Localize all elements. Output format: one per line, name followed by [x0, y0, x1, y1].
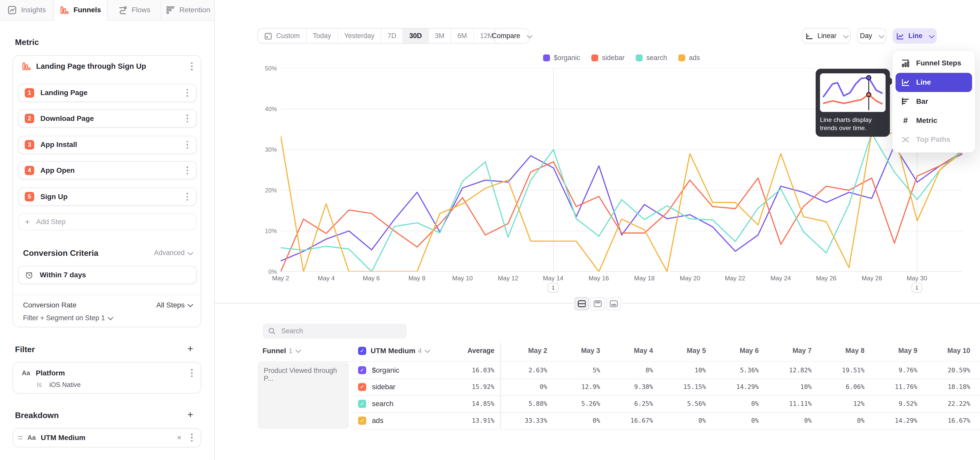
select-all-checkbox[interactable]: ✓ — [358, 347, 366, 355]
split-vertical-toggle[interactable] — [590, 297, 605, 310]
compare-button[interactable]: Compare — [494, 28, 530, 44]
day-column-header[interactable]: May 10 — [918, 343, 970, 359]
x-tick-label: May 20 — [671, 275, 709, 282]
tab-insights[interactable]: Insights — [0, 0, 54, 20]
scale-dropdown[interactable]: Linear — [802, 28, 851, 44]
average-column-header[interactable]: Average — [441, 343, 494, 359]
table-cell: 0% — [494, 379, 547, 395]
bottom-panel-toggle[interactable] — [606, 297, 621, 310]
step-kebab-icon[interactable] — [185, 113, 190, 125]
step-kebab-icon[interactable] — [185, 191, 190, 203]
table-cell: 0% — [811, 412, 864, 429]
x-tick-label: May 28 — [853, 275, 891, 282]
day-column-header[interactable]: May 5 — [653, 343, 706, 359]
step-number-badge: 5 — [25, 192, 34, 201]
breakdown-kebab-icon[interactable] — [189, 432, 194, 444]
funnel-column-header[interactable]: Funnel 1 — [262, 343, 300, 359]
filter-operator[interactable]: Is — [37, 381, 42, 388]
drag-handle-icon[interactable] — [18, 436, 22, 439]
day-column-header[interactable]: May 6 — [706, 343, 759, 359]
menu-item-funnel-steps[interactable]: Funnel Steps — [896, 54, 972, 73]
tab-funnels[interactable]: Funnels — [54, 0, 108, 20]
funnel-step-download-page[interactable]: 2Download Page — [18, 109, 197, 128]
annotation-badge[interactable]: 1 — [548, 283, 558, 292]
breakdown-column-header[interactable]: ✓ UTM Medium 4 — [358, 343, 429, 359]
menu-item-metric[interactable]: #Metric — [896, 111, 972, 130]
funnel-step-sign-up[interactable]: 5Sign Up — [18, 188, 197, 206]
split-horizontal-toggle[interactable] — [574, 297, 589, 310]
conversion-window-button[interactable]: Within 7 days — [18, 266, 197, 284]
metric-kebab-icon[interactable] — [189, 60, 194, 72]
row-checkbox[interactable]: ✓ — [358, 417, 366, 425]
average-value: 15.92% — [441, 379, 494, 395]
advanced-dropdown[interactable]: Advanced — [154, 249, 192, 257]
add-breakdown-button[interactable]: + — [187, 409, 193, 419]
x-tick-label: May 4 — [307, 275, 345, 282]
x-tick-label: May 24 — [762, 275, 799, 282]
granularity-dropdown[interactable]: Day — [857, 28, 886, 44]
table-cell: 33.33% — [494, 412, 547, 429]
filter-value[interactable]: iOS Native — [49, 381, 81, 388]
row-checkbox[interactable]: ✓ — [358, 383, 366, 391]
chevron-down-icon — [187, 249, 193, 255]
tab-retention[interactable]: Retention — [161, 0, 215, 20]
legend-item-ads[interactable]: ads — [678, 54, 700, 62]
top-tab-bar: InsightsFunnelsFlowsRetention — [0, 0, 215, 21]
funnel-step-app-open[interactable]: 4App Open — [18, 161, 197, 179]
range-3m[interactable]: 3M — [429, 29, 451, 43]
day-column-header[interactable]: May 8 — [811, 343, 864, 359]
add-step-button[interactable]: + Add Step — [18, 213, 197, 230]
range-30d[interactable]: 30D — [403, 29, 428, 43]
range-custom[interactable]: Custom — [258, 29, 307, 43]
step-kebab-icon[interactable] — [185, 165, 190, 176]
row-checkbox[interactable]: ✓ — [358, 400, 366, 408]
day-column-header[interactable]: May 3 — [547, 343, 600, 359]
add-step-label: Add Step — [36, 218, 66, 226]
annotation-badge[interactable]: 1 — [912, 283, 922, 292]
table-row-ads[interactable]: ✓ads — [358, 412, 383, 429]
filter-card[interactable]: Aa Platform Is iOS Native — [13, 362, 201, 394]
y-tick-label: 10% — [253, 228, 277, 235]
table-row-search[interactable]: ✓search — [358, 395, 393, 412]
range-yesterday[interactable]: Yesterday — [338, 29, 381, 43]
menu-item-line[interactable]: Line — [896, 73, 972, 92]
step-kebab-icon[interactable] — [185, 139, 190, 151]
top-paths-icon — [900, 135, 911, 144]
date-range-selector: CustomTodayYesterday7D30D3M6M12M — [258, 28, 500, 44]
table-search — [262, 324, 407, 339]
table-row-sidebar[interactable]: ✓sidebar — [358, 379, 395, 395]
range-7d[interactable]: 7D — [381, 29, 403, 43]
table-cell: 15.15% — [653, 379, 706, 395]
funnel-step-landing-page[interactable]: 1Landing Page — [18, 84, 197, 102]
funnel-step-app-install[interactable]: 3App Install — [18, 136, 197, 154]
conversion-rate-dropdown[interactable]: All Steps — [156, 301, 192, 309]
table-row-organic[interactable]: ✓$organic — [358, 362, 399, 379]
legend-item-organic[interactable]: $organic — [543, 54, 580, 62]
filter-kebab-icon[interactable] — [189, 367, 194, 379]
add-filter-button[interactable]: + — [187, 343, 193, 353]
day-column-header[interactable]: May 4 — [600, 343, 653, 359]
remove-breakdown-icon[interactable]: × — [174, 433, 184, 442]
chart-type-menu: Funnel StepsLineBar#MetricTop Paths — [892, 50, 976, 153]
breakdown-card[interactable]: Aa UTM Medium × — [13, 428, 201, 447]
range-today[interactable]: Today — [307, 29, 338, 43]
table-group-cell[interactable]: Product Viewed through P... — [258, 362, 349, 429]
filter-segment-dropdown[interactable]: Filter + Segment on Step 1 — [23, 314, 112, 322]
table-cell: 9.52% — [864, 395, 917, 412]
row-checkbox[interactable]: ✓ — [358, 366, 366, 374]
average-value: 16.03% — [441, 362, 494, 379]
legend-item-sidebar[interactable]: sidebar — [591, 54, 625, 62]
tab-flows[interactable]: Flows — [107, 0, 161, 20]
day-column-header[interactable]: May 7 — [759, 343, 811, 359]
menu-item-bar[interactable]: Bar — [896, 92, 972, 111]
day-column-header[interactable]: May 2 — [494, 343, 547, 359]
range-6m[interactable]: 6M — [451, 29, 474, 43]
chart-type-dropdown[interactable]: Line — [892, 28, 937, 44]
day-column-header[interactable]: May 9 — [864, 343, 917, 359]
search-input[interactable] — [280, 327, 401, 336]
filter-property: Platform — [36, 369, 183, 377]
step-kebab-icon[interactable] — [185, 87, 190, 99]
divider — [13, 295, 201, 295]
x-tick-label: May 6 — [352, 275, 390, 282]
legend-item-search[interactable]: search — [636, 54, 667, 62]
